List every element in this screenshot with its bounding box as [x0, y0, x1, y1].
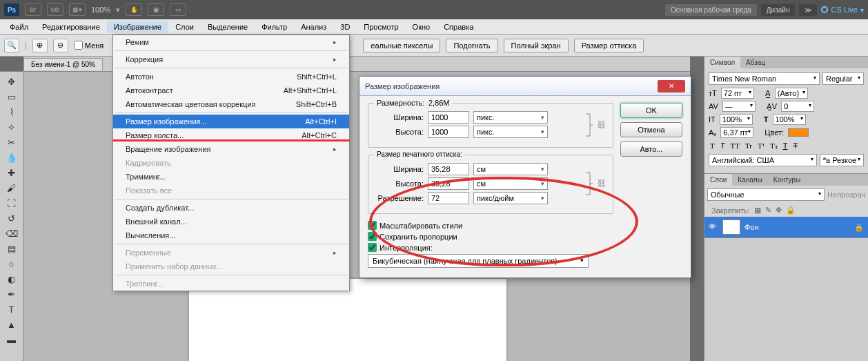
close-button[interactable]: ✕ — [658, 80, 685, 92]
cancel-button[interactable]: Отмена — [620, 122, 682, 137]
fit-screen-button[interactable]: Подогнать — [446, 39, 497, 52]
viewmode-icon[interactable]: ▦▾ — [69, 3, 86, 16]
menu-file[interactable]: Файл — [3, 21, 35, 33]
font-family-select[interactable]: Times New Roman — [709, 72, 820, 85]
type-style-buttons[interactable]: TTTTTrT¹T₁TT — [709, 141, 864, 151]
move-tool-icon[interactable]: ✥ — [3, 75, 20, 88]
tracking-field[interactable]: 0 — [781, 101, 814, 112]
screenmode-icon[interactable]: ▭ — [170, 3, 186, 16]
menu-autocolor[interactable]: Автоматическая цветовая коррекцияShift+C… — [113, 97, 349, 111]
hscale-field[interactable]: 100% — [773, 114, 806, 125]
text-color-swatch[interactable] — [788, 128, 809, 137]
layer-name[interactable]: Фон — [744, 223, 759, 231]
print-size-button[interactable]: Размер оттиска — [574, 39, 644, 52]
tab-paths[interactable]: Контуры — [768, 174, 806, 186]
menu-reveal-all[interactable]: Показать все — [113, 184, 349, 197]
ok-button[interactable]: OK — [620, 103, 682, 118]
tab-character[interactable]: Символ — [704, 57, 740, 68]
shape-tool-icon[interactable]: ▬ — [3, 333, 20, 347]
print-width-input[interactable] — [428, 163, 469, 175]
history-brush-icon[interactable]: ↺ — [3, 211, 20, 225]
dialog-titlebar[interactable]: Размер изображения ✕ — [359, 77, 691, 96]
language-select[interactable]: Английский: США — [709, 154, 817, 166]
minibridge-icon[interactable]: Mb — [47, 3, 63, 16]
menu-apply-image[interactable]: Внешний канал... — [113, 215, 349, 228]
print-width-unit[interactable]: см — [473, 163, 548, 175]
gradient-tool-icon[interactable]: ▤ — [3, 242, 20, 255]
hand-icon[interactable]: ✋ — [126, 3, 142, 16]
zoom-dropdown-icon[interactable]: ▾ — [116, 6, 120, 14]
font-size-field[interactable]: 72 пт — [721, 88, 754, 99]
constrain-proportions-checkbox[interactable]: Сохранить пропорции — [368, 232, 613, 241]
tab-channels[interactable]: Каналы — [732, 174, 768, 186]
resolution-input[interactable] — [428, 192, 469, 204]
kerning-field[interactable]: — — [722, 101, 756, 112]
menu-filter[interactable]: Фильтр — [255, 21, 294, 33]
resize-windows-checkbox[interactable]: Меня — [74, 41, 103, 50]
resample-checkbox[interactable]: Интерполяция: — [368, 243, 613, 252]
lock-position-icon[interactable]: ✥ — [776, 206, 782, 215]
actual-pixels-button[interactable]: еальные пикселы — [363, 39, 440, 52]
eyedropper-tool-icon[interactable]: 💧 — [3, 150, 20, 164]
print-height-input[interactable] — [428, 177, 469, 190]
vscale-field[interactable]: 100% — [720, 114, 753, 125]
print-height-unit[interactable]: см — [473, 177, 548, 190]
interpolation-select[interactable]: Бикубическая (наилучшая для плавных град… — [368, 254, 589, 268]
tool-preset-icon[interactable]: 🔍 — [4, 39, 19, 52]
menu-variables[interactable]: Переменные — [113, 246, 349, 260]
bridge-icon[interactable]: Br — [25, 3, 41, 16]
stamp-tool-icon[interactable]: ⛶ — [3, 196, 20, 210]
resolution-unit[interactable]: пикс/дюйм — [473, 192, 548, 204]
width-input[interactable] — [428, 111, 469, 124]
menu-apply-dataset[interactable]: Применить набор данных... — [113, 260, 349, 273]
menu-image-size[interactable]: Размер изображения...Alt+Ctrl+I — [113, 115, 349, 128]
lasso-tool-icon[interactable]: ⌇ — [3, 105, 20, 119]
tab-handle[interactable] — [0, 57, 23, 71]
menu-mode[interactable]: Режим — [113, 35, 349, 49]
visibility-icon[interactable]: 👁 — [709, 222, 718, 232]
baseline-field[interactable]: 6,37 пт — [720, 127, 753, 138]
menu-edit[interactable]: Редактирование — [35, 21, 107, 33]
workspace-more-icon[interactable]: ≫ — [799, 4, 817, 16]
arrange-icon[interactable]: ▣ — [148, 3, 164, 16]
cslive-button[interactable]: CS Live ▾ — [821, 6, 864, 14]
menu-analysis[interactable]: Анализ — [294, 21, 333, 33]
menu-autocontrast[interactable]: АвтоконтрастAlt+Shift+Ctrl+L — [113, 84, 349, 97]
tab-paragraph[interactable]: Абзац — [740, 57, 771, 68]
menu-crop[interactable]: Кадрировать — [113, 156, 349, 170]
menu-calculations[interactable]: Вычисления... — [113, 228, 349, 242]
menu-window[interactable]: Окно — [406, 21, 437, 33]
menu-3d[interactable]: 3D — [333, 21, 357, 33]
tab-layers[interactable]: Слои — [704, 174, 732, 186]
zoomin-icon[interactable]: ⊕ — [32, 39, 48, 52]
eraser-tool-icon[interactable]: ⌫ — [3, 226, 20, 240]
full-screen-button[interactable]: Полный экран — [504, 39, 569, 52]
menu-image[interactable]: Изображение — [107, 21, 168, 33]
layer-thumbnail[interactable] — [722, 219, 740, 235]
marquee-tool-icon[interactable]: ▭ — [3, 90, 20, 104]
font-style-select[interactable]: Regular — [822, 72, 864, 85]
layer-row[interactable]: 👁 Фон 🔒 — [704, 217, 868, 237]
dodge-tool-icon[interactable]: ◐ — [3, 272, 20, 286]
height-unit-select[interactable]: пикс. — [473, 126, 548, 138]
heal-tool-icon[interactable]: ✚ — [3, 166, 20, 179]
collapsed-panels-strip[interactable] — [690, 57, 704, 361]
leading-field[interactable]: (Авто) — [775, 88, 808, 99]
menu-autotone[interactable]: АвтотонShift+Ctrl+L — [113, 70, 349, 84]
zoom-level[interactable]: 100% — [91, 6, 110, 14]
crop-tool-icon[interactable]: ✂ — [3, 135, 20, 149]
menu-help[interactable]: Справка — [437, 21, 480, 33]
brush-tool-icon[interactable]: 🖌 — [3, 181, 20, 195]
lock-brush-icon[interactable]: ✎ — [765, 206, 771, 215]
auto-button[interactable]: Авто... — [620, 142, 682, 157]
menu-select[interactable]: Выделение — [201, 21, 255, 33]
width-unit-select[interactable]: пикс. — [473, 111, 548, 124]
workspace-main[interactable]: Основная рабочая среда — [665, 4, 757, 16]
document-tab[interactable]: Без имени-1 @ 50% — [23, 58, 103, 70]
menu-duplicate[interactable]: Создать дубликат... — [113, 201, 349, 215]
zoomout-icon[interactable]: ⊖ — [53, 39, 68, 52]
blur-tool-icon[interactable]: ○ — [3, 257, 20, 271]
height-input[interactable] — [428, 126, 469, 138]
menu-rotate[interactable]: Вращение изображения — [113, 142, 349, 156]
pen-tool-icon[interactable]: ✒ — [3, 287, 20, 301]
